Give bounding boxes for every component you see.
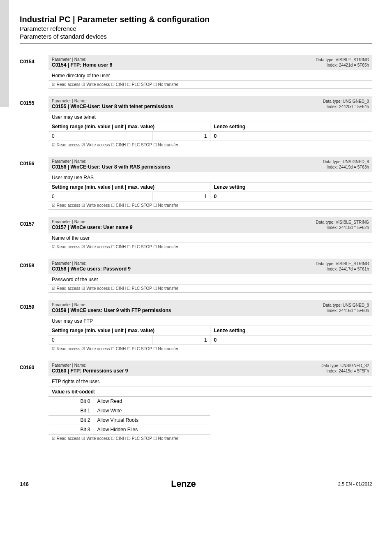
setting-table: Setting range (min. value | unit | max. …: [48, 183, 372, 210]
bit-number: Bit 1: [48, 406, 94, 416]
col-range: Setting range (min. value | unit | max. …: [48, 326, 210, 335]
param-header-box: Parameter | Name: C0155 | WinCE-User: Us…: [48, 96, 372, 112]
param-header-box: Parameter | Name: C0154 | FTP: Home user…: [48, 55, 372, 70]
lenze-value: 0: [210, 335, 372, 345]
param-desc: Name of the user: [48, 233, 372, 243]
bit-label: Allow Read: [94, 397, 210, 406]
data-type: Data type: UNSIGNED_32: [321, 363, 369, 368]
access-flags: ☑ Read access ☑ Write access ☐ CINH ☐ PL…: [48, 243, 372, 251]
index-value: Index: 24415d = 5F5Fh: [321, 368, 369, 374]
col-range: Setting range (min. value | unit | max. …: [48, 122, 210, 132]
index-value: Index: 24418d = 5F62h: [316, 225, 369, 230]
param-code: C0156: [20, 157, 48, 210]
table-row: 0 1 0: [48, 132, 372, 141]
table-row: Bit 0 Allow Read: [48, 397, 210, 406]
bit-label: Allow Write: [94, 406, 210, 416]
param-block-C0160: C0160 Parameter | Name: C0160 | FTP: Per…: [20, 361, 372, 442]
bits-table: Bit 0 Allow Read Bit 1 Allow Write Bit 2…: [48, 397, 210, 435]
lenze-value: 0: [210, 192, 372, 201]
param-desc: User may use telnet: [48, 112, 372, 122]
access-flags: ☑ Read access ☑ Write access ☐ CINH ☐ PL…: [48, 345, 372, 353]
header-divider: [20, 43, 372, 44]
bits-title: Value is bit-coded:: [48, 386, 372, 397]
page-content: Industrial PC | Parameter setting & conf…: [0, 0, 392, 466]
pn-label: Parameter | Name:: [52, 363, 86, 368]
param-name: C0160 | FTP: Permissions user 9: [52, 368, 128, 374]
param-block-C0155: C0155 Parameter | Name: C0155 | WinCE-Us…: [20, 96, 372, 149]
side-stripe: [0, 0, 9, 107]
pn-label: Parameter | Name:: [52, 303, 86, 307]
col-lenze: Lenze setting: [210, 326, 372, 335]
access-flags: ☑ Read access ☑ Write access ☐ CINH ☐ PL…: [48, 201, 372, 210]
param-block-C0154: C0154 Parameter | Name: C0154 | FTP: Hom…: [20, 55, 372, 89]
table-row: Bit 1 Allow Write: [48, 406, 210, 416]
param-code: C0154: [20, 55, 48, 89]
pn-label: Parameter | Name:: [52, 159, 86, 164]
param-name: C0156 | WinCE-User: User 8 with RAS perm…: [52, 164, 171, 170]
param-code: C0158: [20, 259, 48, 293]
param-code: C0157: [20, 217, 48, 251]
param-header-box: Parameter | Name: C0159 | WinCE users: U…: [48, 300, 372, 316]
min-value: 0: [48, 335, 152, 345]
bit-number: Bit 3: [48, 425, 94, 435]
bit-label: Allow Hidden Files: [94, 425, 210, 435]
index-value: Index: 24421d = 5F65h: [316, 62, 369, 68]
setting-table: Setting range (min. value | unit | max. …: [48, 326, 372, 353]
param-code: C0159: [20, 300, 48, 353]
col-lenze: Lenze setting: [210, 183, 372, 192]
max-value: 1: [152, 132, 210, 141]
pn-label: Parameter | Name:: [52, 99, 86, 103]
col-range: Setting range (min. value | unit | max. …: [48, 183, 210, 192]
table-row: Bit 3 Allow Hidden Files: [48, 425, 210, 435]
param-name: C0158 | WinCe users: Password 9: [52, 266, 131, 272]
table-row: 0 1 0: [48, 192, 372, 201]
param-block-C0159: C0159 Parameter | Name: C0159 | WinCE us…: [20, 300, 372, 353]
index-value: Index: 24420d = 5F64h: [323, 104, 369, 109]
access-flags: ☑ Read access ☑ Write access ☐ CINH ☐ PL…: [48, 81, 372, 89]
data-type: Data type: UNSIGNED_8: [323, 303, 369, 308]
param-block-C0156: C0156 Parameter | Name: C0156 | WinCE-Us…: [20, 157, 372, 210]
bit-number: Bit 2: [48, 416, 94, 425]
param-header-box: Parameter | Name: C0158 | WinCe users: P…: [48, 259, 372, 274]
min-value: 0: [48, 132, 152, 141]
col-lenze: Lenze setting: [210, 122, 372, 132]
data-type: Data type: VISIBLE_STRING: [316, 261, 369, 266]
index-value: Index: 24417d = 5F61h: [316, 266, 369, 272]
param-block-C0157: C0157 Parameter | Name: C0157 | WinCe us…: [20, 217, 372, 251]
setting-table: Setting range (min. value | unit | max. …: [48, 122, 372, 149]
page-footer: 146 Lenze 2.5 EN - 01/2012: [0, 466, 392, 497]
param-block-C0158: C0158 Parameter | Name: C0158 | WinCe us…: [20, 259, 372, 293]
table-row: 0 1 0: [48, 335, 372, 345]
param-desc: User may use RAS: [48, 172, 372, 183]
brand-logo: Lenze: [171, 479, 196, 489]
access-flags: ☑ Read access ☑ Write access ☐ CINH ☐ PL…: [48, 284, 372, 293]
param-name: C0159 | WinCE users: User 9 with FTP per…: [52, 308, 171, 313]
param-code: C0160: [20, 361, 48, 442]
min-value: 0: [48, 192, 152, 201]
param-name: C0155 | WinCE-User: User 8 with telnet p…: [52, 104, 173, 109]
bit-label: Allow Virtual Roots: [94, 416, 210, 425]
access-flags: ☑ Read access ☑ Write access ☐ CINH ☐ PL…: [48, 141, 372, 149]
param-header-box: Parameter | Name: C0160 | FTP: Permissio…: [48, 361, 372, 376]
page-title: Industrial PC | Parameter setting & conf…: [20, 15, 372, 24]
lenze-value: 0: [210, 132, 372, 141]
max-value: 1: [152, 335, 210, 345]
param-desc: Home directory of the user: [48, 70, 372, 81]
param-desc: Password of the user: [48, 274, 372, 284]
data-type: Data type: VISIBLE_STRING: [316, 220, 369, 225]
pn-label: Parameter | Name:: [52, 261, 86, 266]
param-desc: FTP rights of the user.: [48, 376, 372, 386]
index-value: Index: 24416d = 5F60h: [323, 308, 369, 313]
param-code: C0155: [20, 96, 48, 149]
data-type: Data type: UNSIGNED_8: [323, 159, 369, 164]
param-name: C0154 | FTP: Home user 8: [52, 62, 112, 68]
page-number: 146: [20, 481, 29, 487]
pn-label: Parameter | Name:: [52, 220, 86, 224]
revision: 2.5 EN - 01/2012: [338, 481, 372, 486]
access-flags: ☑ Read access ☑ Write access ☐ CINH ☐ PL…: [48, 435, 372, 442]
param-name: C0157 | WinCe users: User name 9: [52, 224, 133, 230]
data-type: Data type: UNSIGNED_8: [323, 99, 369, 104]
page-subtitle-2: Parameters of standard devices: [20, 33, 372, 40]
param-header-box: Parameter | Name: C0157 | WinCe users: U…: [48, 217, 372, 233]
bit-number: Bit 0: [48, 397, 94, 406]
